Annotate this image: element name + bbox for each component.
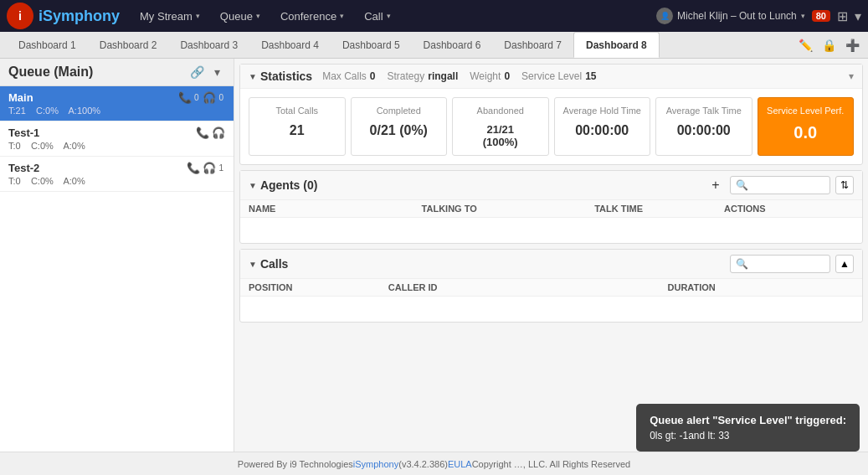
queue-list: Main 📞 0 🎧 0 T:21 C:0% A:100% Test-1 xyxy=(0,86,234,475)
col-duration: DURATION xyxy=(668,282,854,292)
queue-item-icons: 📞 0 🎧 0 xyxy=(178,91,225,104)
add-tab-button[interactable]: ➕ xyxy=(843,36,861,54)
chevron-down-icon[interactable]: ▾ xyxy=(208,64,225,80)
nav-call[interactable]: Call ▾ xyxy=(356,7,398,26)
stat-value: 0.0 xyxy=(765,123,847,142)
footer-link[interactable]: iSymphony xyxy=(353,459,398,469)
stat-value: 21 xyxy=(256,123,338,138)
collapse-arrow[interactable]: ▼ xyxy=(249,72,257,81)
col-talk-time: TALK TIME xyxy=(594,204,724,214)
col-position: POSITION xyxy=(249,282,388,292)
footer: Powered By i9 Technologies iSymphony (v3… xyxy=(0,452,868,475)
expand-icon[interactable]: ▾ xyxy=(849,70,854,82)
stat-card-total: Total Calls 21 xyxy=(249,97,346,156)
queue-agent-badge: 0 xyxy=(218,93,223,102)
calls-header: ▼ Calls ▲ xyxy=(240,250,862,279)
footer-eula[interactable]: EULA xyxy=(448,459,472,469)
sort-agents-button[interactable]: ⇅ xyxy=(835,176,854,194)
alert-toast: Queue alert "Service Level" triggered: 0… xyxy=(636,404,860,452)
tab-dashboard-4[interactable]: Dashboard 4 xyxy=(249,32,331,58)
footer-version: (v3.4.2.386) xyxy=(398,459,448,469)
user-name: Michel Klijn – Out to Lunch xyxy=(677,10,797,22)
dashboard-tabs: Dashboard 1 Dashboard 2 Dashboard 3 Dash… xyxy=(0,32,868,59)
stat-value: 21/21(100%) xyxy=(460,123,542,148)
phone-icon: 📞 xyxy=(187,162,200,174)
col-actions: ACTIONS xyxy=(724,204,854,214)
queue-item-test2[interactable]: Test-2 📞 🎧 1 T:0 C:0% A:0% xyxy=(0,157,234,192)
stats-cards: Total Calls 21 Completed 0/21 (0%) Aband… xyxy=(240,89,862,164)
agents-right: + ⇅ xyxy=(706,176,854,194)
calls-title: ▼ Calls xyxy=(249,257,288,271)
tab-dashboard-7[interactable]: Dashboard 7 xyxy=(492,32,573,58)
queue-call-badge: 0 xyxy=(194,93,199,102)
stat-card-hold: Average Hold Time 00:00:00 xyxy=(554,97,651,156)
calls-right: ▲ xyxy=(730,255,854,273)
nav-conference[interactable]: Conference ▾ xyxy=(272,7,352,26)
menu-icon[interactable]: ▾ xyxy=(855,8,861,24)
chevron-down-icon: ▾ xyxy=(196,12,200,20)
stat-value: 0/21 (0%) xyxy=(358,123,440,138)
logo-text: iSymphony xyxy=(39,8,120,25)
user-info[interactable]: 👤 Michel Klijn – Out to Lunch ▾ xyxy=(656,8,805,24)
stat-label: Service Level Perf. xyxy=(765,105,847,116)
nav-right: 👤 Michel Klijn – Out to Lunch ▾ 80 ⊞ ▾ xyxy=(656,8,861,24)
tab-dashboard-1[interactable]: Dashboard 1 xyxy=(7,32,88,58)
logo-area: i iSymphony xyxy=(7,3,120,29)
tab-dashboard-3[interactable]: Dashboard 3 xyxy=(168,32,249,58)
chevron-down-icon: ▾ xyxy=(801,12,805,20)
queue-item-name: Main xyxy=(8,91,33,104)
queue-sidebar: Queue (Main) 🔗 ▾ Main 📞 0 🎧 0 xyxy=(0,59,234,475)
logo-icon: i xyxy=(7,3,33,29)
queue-agent-badge: 1 xyxy=(218,163,223,173)
edit-icon[interactable]: ✏️ xyxy=(796,36,814,54)
queue-header: Queue (Main) 🔗 ▾ xyxy=(0,59,234,86)
agents-title: ▼ Agents (0) xyxy=(249,178,317,192)
phone-icon: 📞 xyxy=(196,126,209,139)
col-talking-to: TALKING TO xyxy=(422,204,595,214)
statistics-section: ▼ Statistics Max Calls 0 Strategy ringal… xyxy=(239,64,863,165)
agents-header: ▼ Agents (0) + ⇅ xyxy=(240,171,862,200)
headset-icon: 🎧 xyxy=(212,126,225,139)
alert-body: 0ls gt: -1and lt: 33 xyxy=(650,430,846,441)
agent-search-input[interactable] xyxy=(730,176,830,194)
stat-label: Average Hold Time xyxy=(562,105,644,116)
notification-badge[interactable]: 80 xyxy=(812,10,830,22)
agents-section: ▼ Agents (0) + ⇅ NAME TALKING TO TALK TI… xyxy=(239,170,863,244)
chevron-down-icon: ▾ xyxy=(387,12,391,20)
headset-icon: 🎧 xyxy=(203,91,216,104)
grid-icon[interactable]: ⊞ xyxy=(837,8,848,24)
nav-my-stream[interactable]: My Stream ▾ xyxy=(131,7,208,26)
footer-prefix: Powered By i9 Technologies xyxy=(238,459,353,469)
queue-item-stats: T:0 C:0% A:0% xyxy=(8,141,225,151)
stat-value: 00:00:00 xyxy=(562,123,644,138)
tab-dashboard-2[interactable]: Dashboard 2 xyxy=(88,32,169,58)
stat-label: Abandoned xyxy=(460,105,542,116)
queue-item-test1[interactable]: Test-1 📞 🎧 T:0 C:0% A:0% xyxy=(0,121,234,157)
collapse-arrow[interactable]: ▼ xyxy=(249,260,257,269)
service-level-meta: Service Level 15 xyxy=(521,70,596,82)
weight-meta: Weight 0 xyxy=(470,70,510,82)
calls-search-input[interactable] xyxy=(730,255,830,273)
stat-card-completed: Completed 0/21 (0%) xyxy=(351,97,448,156)
stat-label: Average Talk Time xyxy=(663,105,745,116)
link-icon[interactable]: 🔗 xyxy=(188,64,205,80)
phone-icon: 📞 xyxy=(178,91,192,104)
stat-card-abandoned: Abandoned 21/21(100%) xyxy=(452,97,549,156)
add-agent-button[interactable]: + xyxy=(706,176,725,194)
headset-icon: 🎧 xyxy=(203,162,216,174)
chevron-down-icon: ▾ xyxy=(340,12,344,20)
statistics-meta: Max Calls 0 Strategy ringall Weight 0 Se… xyxy=(322,70,596,82)
collapse-arrow[interactable]: ▼ xyxy=(249,181,257,190)
queue-item-name: Test-1 xyxy=(8,126,39,139)
statistics-title: ▼ Statistics xyxy=(249,70,312,83)
tab-dashboard-8[interactable]: Dashboard 8 xyxy=(573,32,660,58)
sort-calls-button[interactable]: ▲ xyxy=(835,255,854,273)
queue-item-main[interactable]: Main 📞 0 🎧 0 T:21 C:0% A:100% xyxy=(0,86,234,121)
stat-card-service-level: Service Level Perf. 0.0 xyxy=(758,97,855,156)
nav-queue[interactable]: Queue ▾ xyxy=(212,7,269,26)
lock-icon[interactable]: 🔒 xyxy=(819,36,838,54)
tab-dashboard-6[interactable]: Dashboard 6 xyxy=(412,32,493,58)
queue-item-name: Test-2 xyxy=(8,162,39,174)
tab-dashboard-5[interactable]: Dashboard 5 xyxy=(331,32,412,58)
tab-actions: ✏️ 🔒 ➕ xyxy=(796,36,861,54)
